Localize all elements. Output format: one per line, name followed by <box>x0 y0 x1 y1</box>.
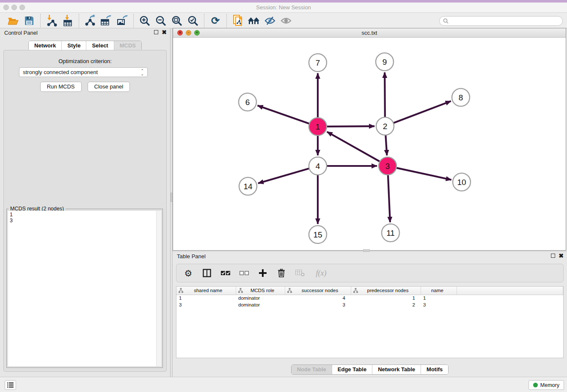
table-cell[interactable]: 2 <box>351 301 421 308</box>
tab-node-table[interactable]: Node Table <box>292 365 332 374</box>
node-table: shared nameMCDS rolesuccessor nodesprede… <box>176 286 564 358</box>
toolbar-separator <box>133 14 134 28</box>
search-field[interactable] <box>439 16 563 26</box>
memory-label: Memory <box>540 382 559 388</box>
network-window-title: scc.txt <box>173 30 566 36</box>
edge-1-2[interactable] <box>325 126 374 127</box>
first-neighbors-icon[interactable] <box>246 14 262 28</box>
mcds-result-text[interactable]: 1 3 <box>8 211 156 366</box>
deselect-all-icon[interactable] <box>239 268 249 279</box>
column-header-predecessor-nodes[interactable]: predecessor nodes <box>351 287 421 295</box>
table-panel: Table Panel ✖ ⚙ f(x) shared nameMCDS rol… <box>173 252 567 377</box>
edge-3-11[interactable] <box>388 173 390 222</box>
table-panel-title: Table Panel <box>177 253 206 259</box>
column-header-shared-name[interactable]: shared name <box>176 287 236 295</box>
column-header-successor-nodes[interactable]: successor nodes <box>285 287 351 295</box>
delete-table-icon[interactable] <box>295 268 305 279</box>
open-session-icon[interactable] <box>5 14 21 28</box>
search-input[interactable] <box>451 18 559 25</box>
node-label-1: 1 <box>316 122 320 131</box>
hierarchy-icon <box>179 288 183 293</box>
import-table-icon[interactable] <box>60 14 76 28</box>
table-row[interactable]: 1dominator411 <box>176 295 563 301</box>
tab-mcds[interactable]: MCDS <box>114 41 141 50</box>
zoom-fit-icon[interactable] <box>169 14 185 28</box>
node-label-8: 8 <box>459 93 463 102</box>
column-header-name[interactable]: name <box>421 287 457 295</box>
duplicate-network-icon[interactable] <box>230 14 246 28</box>
run-mcds-button[interactable]: Run MCDS <box>40 82 82 92</box>
close-panel-icon[interactable]: ✖ <box>559 254 564 258</box>
function-builder-icon[interactable]: f(x) <box>314 268 329 279</box>
control-panel-title: Control Panel <box>4 30 38 36</box>
table-cell[interactable]: 3 <box>421 301 457 308</box>
edge-1-6[interactable] <box>258 105 311 124</box>
node-label-6: 6 <box>245 98 250 107</box>
table-toolbar: ⚙ f(x) <box>176 264 564 282</box>
edge-3-10[interactable] <box>395 168 451 180</box>
table-row[interactable]: 3dominator323 <box>176 301 563 308</box>
refresh-icon[interactable]: ⟳ <box>207 14 223 28</box>
edge-3-1[interactable] <box>327 132 381 162</box>
edge-2-8[interactable] <box>392 101 451 124</box>
float-panel-icon[interactable] <box>551 254 555 258</box>
optimization-criterion-select[interactable]: strongly connected component ⌃⌄ <box>19 67 148 77</box>
edge-2-9[interactable] <box>385 72 385 119</box>
close-panel-button[interactable]: Close panel <box>88 82 130 92</box>
node-label-4: 4 <box>316 162 320 171</box>
hierarchy-icon <box>287 288 292 293</box>
edge-2-3[interactable] <box>385 133 387 155</box>
memory-button[interactable]: Memory <box>528 380 564 390</box>
table-cell[interactable]: 1 <box>176 295 236 301</box>
table-cell[interactable]: 1 <box>351 295 421 301</box>
tab-motifs[interactable]: Motifs <box>421 365 448 374</box>
tab-network[interactable]: Network <box>29 41 61 50</box>
hierarchy-icon <box>353 288 358 293</box>
column-settings-gear-icon[interactable]: ⚙ <box>183 268 193 279</box>
search-icon <box>443 18 449 24</box>
export-image-icon[interactable] <box>114 14 130 28</box>
node-label-9: 9 <box>383 58 387 66</box>
table-cell[interactable]: 3 <box>176 301 236 308</box>
toolbar-separator <box>40 14 41 28</box>
network-view-window: ✕ − + scc.txt 7968124314101511 <box>173 28 566 251</box>
import-network-icon[interactable] <box>44 14 60 28</box>
tab-style[interactable]: Style <box>61 41 86 50</box>
network-window-titlebar[interactable]: ✕ − + scc.txt <box>173 28 566 38</box>
save-session-icon[interactable] <box>21 14 37 28</box>
show-all-eye-icon[interactable] <box>278 14 294 28</box>
control-panel-tabs: NetworkStyleSelectMCDS <box>28 41 142 51</box>
app-title: Session: New Session <box>0 4 567 11</box>
node-label-15: 15 <box>313 230 322 239</box>
float-panel-icon[interactable] <box>154 30 158 34</box>
toggle-columns-icon[interactable] <box>202 268 212 279</box>
splitter-handle[interactable] <box>171 193 172 202</box>
result-scrollbar[interactable] <box>156 211 161 366</box>
network-canvas[interactable]: 7968124314101511 <box>173 38 566 250</box>
table-cell[interactable]: 1 <box>421 295 457 301</box>
table-cell[interactable]: 4 <box>285 295 351 301</box>
table-tabs: Node TableEdge TableNetwork TableMotifs <box>291 364 449 375</box>
close-panel-icon[interactable]: ✖ <box>162 30 167 34</box>
table-cell[interactable]: dominator <box>236 301 285 308</box>
tab-select[interactable]: Select <box>86 41 113 50</box>
tab-network-table[interactable]: Network Table <box>372 365 421 374</box>
table-cell[interactable]: dominator <box>236 295 285 301</box>
tab-edge-table[interactable]: Edge Table <box>332 365 372 374</box>
column-header-MCDS-role[interactable]: MCDS role <box>236 287 285 295</box>
edge-4-14[interactable] <box>258 168 311 183</box>
node-label-14: 14 <box>243 182 253 191</box>
zoom-selected-icon[interactable] <box>185 14 201 28</box>
zoom-in-icon[interactable] <box>137 14 153 28</box>
chevron-up-down-icon: ⌃⌄ <box>140 69 144 76</box>
zoom-out-icon[interactable] <box>153 14 169 28</box>
select-all-icon[interactable] <box>220 268 231 279</box>
export-network-icon[interactable] <box>82 14 98 28</box>
hide-selected-eye-icon[interactable] <box>262 14 278 28</box>
task-history-button[interactable] <box>5 380 16 390</box>
toolbar-separator <box>226 14 227 28</box>
delete-row-trash-icon[interactable] <box>276 268 286 279</box>
export-table-icon[interactable] <box>98 14 114 28</box>
table-cell[interactable]: 3 <box>285 301 351 308</box>
add-row-icon[interactable] <box>258 268 268 279</box>
